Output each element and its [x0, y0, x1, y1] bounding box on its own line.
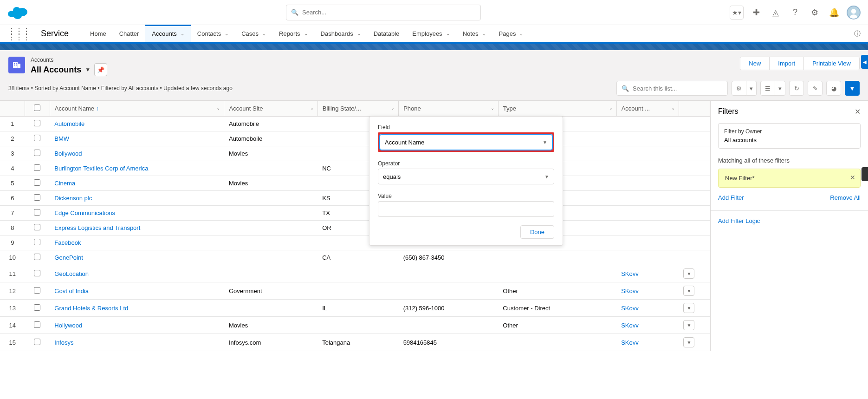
account-name-link[interactable]: Dickenson plc [54, 195, 92, 202]
global-search[interactable]: 🔍 [286, 5, 481, 20]
row-checkbox[interactable] [34, 239, 40, 245]
user-avatar[interactable] [847, 6, 861, 20]
column-menu-icon[interactable]: ⌄ [609, 105, 613, 111]
filter-by-owner-card[interactable]: Filter by Owner All accounts [718, 123, 861, 149]
done-button[interactable]: Done [520, 225, 554, 239]
row-checkbox[interactable] [34, 224, 40, 230]
owner-link[interactable]: SKovv [621, 322, 639, 329]
column-menu-icon[interactable]: ⌄ [391, 105, 395, 111]
list-view-controls-button[interactable]: ⚙ [732, 81, 746, 96]
row-checkbox[interactable] [34, 164, 40, 171]
refresh-button[interactable]: ↻ [789, 81, 804, 96]
right-edge-tab[interactable] [862, 167, 868, 181]
nav-info-icon[interactable]: ⓘ [854, 30, 861, 38]
account-name-link[interactable]: Grand Hotels & Resorts Ltd [54, 305, 128, 312]
account-name-link[interactable]: GenePoint [54, 254, 83, 261]
nav-tab-accounts[interactable]: Accounts⌄ [145, 25, 190, 42]
new-button[interactable]: New [740, 57, 769, 70]
list-view-switcher[interactable]: ▼ [85, 66, 91, 73]
new-filter-chip[interactable]: New Filter* ✕ [718, 169, 861, 188]
nav-tab-contacts[interactable]: Contacts⌄ [191, 25, 235, 42]
row-checkbox[interactable] [34, 150, 40, 156]
nav-tab-employees[interactable]: Employees⌄ [406, 25, 456, 42]
row-actions-button[interactable]: ▼ [683, 337, 694, 347]
row-checkbox[interactable] [34, 321, 40, 328]
column-header[interactable]: Account Name↑⌄ [50, 101, 224, 117]
favorites-button[interactable]: ★▾ [730, 6, 744, 20]
list-search[interactable]: 🔍 [616, 81, 728, 96]
select-all-checkbox[interactable] [34, 105, 40, 111]
row-actions-button[interactable]: ▼ [683, 303, 694, 313]
owner-link[interactable]: SKovv [621, 305, 639, 312]
account-name-link[interactable]: Edge Communications [54, 209, 115, 216]
account-name-link[interactable]: Govt of India [54, 288, 89, 294]
column-header[interactable]: Billing State/...⌄ [317, 101, 398, 117]
help-icon[interactable]: ? [788, 6, 802, 20]
import-button[interactable]: Import [769, 57, 803, 70]
row-checkbox[interactable] [34, 194, 40, 201]
row-checkbox[interactable] [34, 209, 40, 216]
notifications-bell-icon[interactable]: 🔔 [827, 6, 841, 20]
account-name-link[interactable]: Infosys [54, 339, 73, 346]
pin-list-button[interactable]: 📌 [94, 63, 107, 76]
remove-all-link[interactable]: Remove All [830, 194, 861, 201]
global-search-input[interactable] [302, 9, 476, 16]
column-menu-icon[interactable]: ⌄ [491, 105, 494, 111]
nav-tab-notes[interactable]: Notes⌄ [456, 25, 492, 42]
account-name-link[interactable]: Bollywood [54, 150, 82, 157]
account-name-link[interactable]: Burlington Textiles Corp of America [54, 165, 148, 172]
expand-panel-tab[interactable]: ◀ [861, 55, 868, 69]
account-name-link[interactable]: Hollywood [54, 322, 82, 329]
row-actions-button[interactable]: ▼ [683, 320, 694, 330]
row-checkbox[interactable] [34, 254, 40, 260]
row-checkbox[interactable] [34, 287, 40, 294]
close-filters-icon[interactable]: ✕ [855, 107, 861, 116]
remove-filter-icon[interactable]: ✕ [850, 174, 855, 181]
row-checkbox[interactable] [34, 179, 40, 186]
row-checkbox[interactable] [34, 135, 40, 141]
account-name-link[interactable]: Automobile [54, 120, 84, 127]
column-header[interactable]: Phone⌄ [399, 101, 499, 117]
column-menu-icon[interactable]: ⌄ [310, 105, 314, 111]
operator-combobox[interactable]: equals▼ [378, 169, 554, 184]
row-actions-button[interactable]: ▼ [683, 286, 694, 296]
setup-gear-icon[interactable]: ⚙ [808, 6, 822, 20]
owner-link[interactable]: SKovv [621, 339, 639, 346]
account-name-link[interactable]: BMW [54, 135, 69, 142]
column-menu-icon[interactable]: ⌄ [216, 105, 220, 111]
row-checkbox[interactable] [34, 120, 40, 126]
field-combobox[interactable]: Account Name▼ [380, 134, 552, 150]
column-header[interactable]: Account ...⌄ [616, 101, 679, 117]
chart-button[interactable]: ◕ [826, 81, 841, 96]
nav-tab-dashboards[interactable]: Dashboards⌄ [314, 25, 367, 42]
global-add-button[interactable]: ✚ [749, 6, 763, 20]
row-checkbox[interactable] [34, 304, 40, 311]
row-checkbox[interactable] [34, 339, 40, 345]
nav-tab-cases[interactable]: Cases⌄ [235, 25, 272, 42]
owner-link[interactable]: SKovv [621, 288, 639, 294]
display-as-chevron[interactable]: ▾ [775, 81, 785, 96]
add-filter-logic-link[interactable]: Add Filter Logic [718, 217, 760, 224]
account-name-link[interactable]: GeoLocation [54, 270, 89, 277]
app-launcher-icon[interactable]: ⋮⋮⋮⋮⋮⋮⋮⋮⋮ [7, 30, 30, 38]
column-header[interactable]: Type⌄ [498, 101, 616, 117]
column-menu-icon[interactable]: ⌄ [671, 105, 675, 111]
nav-tab-pages[interactable]: Pages⌄ [492, 25, 530, 42]
add-filter-link[interactable]: Add Filter [718, 194, 744, 201]
account-name-link[interactable]: Facebook [54, 239, 81, 246]
printable-view-button[interactable]: Printable View [803, 57, 859, 70]
owner-link[interactable]: SKovv [621, 270, 639, 277]
trailhead-icon[interactable]: ◬ [769, 6, 783, 20]
nav-tab-home[interactable]: Home [84, 25, 113, 42]
account-name-link[interactable]: Express Logistics and Transport [54, 224, 140, 231]
nav-tab-reports[interactable]: Reports⌄ [272, 25, 314, 42]
nav-tab-datatable[interactable]: Datatable [367, 25, 406, 42]
filter-button[interactable]: ▼ [845, 81, 860, 96]
account-name-link[interactable]: Cinema [54, 180, 75, 187]
column-header[interactable]: Account Site⌄ [224, 101, 317, 117]
list-search-input[interactable] [633, 85, 723, 92]
display-as-table-button[interactable]: ☰ [760, 81, 775, 96]
nav-tab-chatter[interactable]: Chatter [113, 25, 146, 42]
list-view-controls-chevron[interactable]: ▾ [746, 81, 757, 96]
row-actions-button[interactable]: ▼ [683, 268, 694, 279]
